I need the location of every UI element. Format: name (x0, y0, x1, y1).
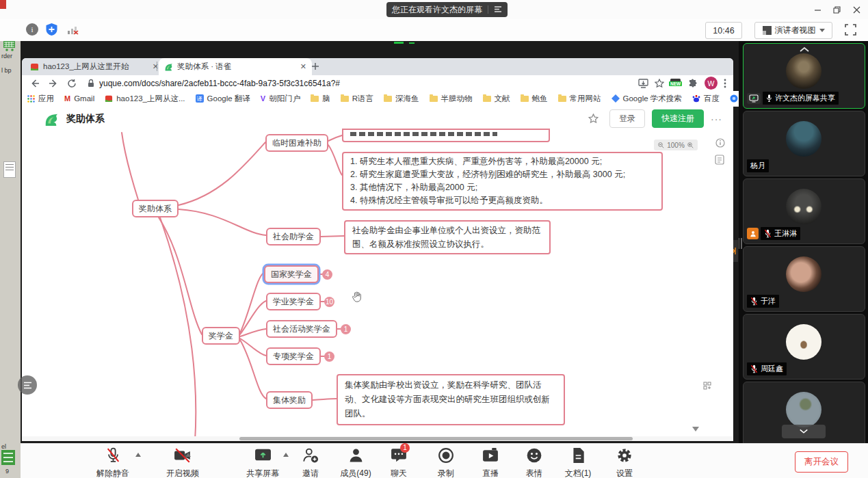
mindmap-node-root[interactable]: 奖助体系 (132, 200, 179, 217)
share-options-caret[interactable] (283, 453, 289, 457)
participant-tile[interactable]: 于洋 (743, 246, 865, 312)
grid-qr-icon[interactable] (703, 382, 711, 390)
doc-info-icon[interactable] (715, 138, 725, 148)
reload-icon[interactable] (67, 79, 77, 88)
tab-close-icon[interactable]: ✕ (300, 62, 306, 71)
bookmark-folder[interactable]: 脑 (311, 94, 330, 104)
mindmap-node-national-scholarship[interactable]: 国家奖学金 (264, 265, 319, 283)
record-button[interactable]: 录制 (424, 447, 468, 478)
star-icon[interactable] (588, 114, 599, 124)
mindmap-box-temp-aid-details[interactable]: 1. 研究生本人罹患重大疾病、严重意外伤害等，补助最高20000 元; 2. 研… (342, 152, 663, 211)
view-mode-switcher[interactable]: 演讲者视图 (754, 22, 832, 39)
mindmap-box-social-aid-desc[interactable]: 社会助学金由企事业单位或个人出资设立，资助范围、名额及标准按照设立协议执行。 (344, 220, 551, 254)
bookmark-translate[interactable]: 译Google 翻译 (196, 94, 250, 104)
sidebar-resize-handle[interactable] (739, 238, 739, 249)
horizontal-scrollbar-track[interactable] (22, 436, 733, 441)
leave-meeting-button[interactable]: 离开会议 (795, 451, 848, 473)
info-icon[interactable]: i (26, 23, 38, 36)
mindmap-node-group-award[interactable]: 集体奖励 (266, 391, 313, 409)
participant-tile-sharer[interactable]: 许文杰的屏幕共享 (743, 43, 865, 109)
emoji-button[interactable]: 表情 (512, 447, 556, 478)
shield-plus-icon[interactable] (45, 23, 58, 36)
mindmap-node-academic-scholarship[interactable]: 学业奖学金 (266, 293, 321, 310)
new-tab-button[interactable] (309, 60, 321, 75)
chevron-up-icon[interactable] (799, 47, 810, 52)
participant-tile[interactable]: 周廷鑫 (743, 314, 865, 380)
outline-toc-icon[interactable] (715, 155, 724, 165)
mindmap-node-temp-aid[interactable]: 临时困难补助 (265, 134, 328, 152)
node-count-badge[interactable]: 4 (322, 269, 332, 280)
screen-watching-banner[interactable]: 您正在观看许文杰的屏幕 (386, 2, 508, 17)
stats-disabled-icon[interactable] (67, 25, 79, 35)
bookmark-correlation[interactable]: Correlation matrix... (730, 94, 739, 103)
mindmap-node-social-aid[interactable]: 社会助学金 (266, 228, 321, 245)
install-icon[interactable] (638, 79, 648, 88)
bookmark-folder[interactable]: 鲍鱼 (521, 94, 548, 104)
extension-with-new-badge[interactable]: NEW (670, 77, 681, 90)
video-options-caret[interactable] (185, 453, 191, 457)
node-count-badge[interactable]: 10 (324, 297, 334, 307)
participant-tile[interactable] (743, 382, 865, 443)
mindmap-canvas[interactable]: 奖助体系 临时困难补助 1. 研究生本人罹患重大疾病、严重意外伤害等，补助最高2… (22, 131, 733, 441)
members-button[interactable]: 成员(49) (334, 447, 378, 478)
mindmap-node-scholarship[interactable]: 奖学金 (202, 327, 240, 345)
minimize-button[interactable] (811, 3, 824, 16)
close-button[interactable] (850, 3, 863, 16)
extensions-puzzle-icon[interactable] (688, 79, 698, 88)
scroll-down-arrow[interactable] (692, 427, 699, 431)
profile-avatar[interactable]: W (705, 77, 718, 90)
bookmark-portal[interactable]: V朝阳门户 (261, 94, 300, 104)
settings-button[interactable]: 设置 (603, 447, 646, 478)
mindmap-box-clipped[interactable] (342, 129, 550, 142)
bookmark-folder[interactable]: 常用网站 (558, 94, 601, 104)
share-screen-button[interactable]: 共享屏幕 (241, 447, 285, 478)
more-actions-icon[interactable]: ··· (711, 114, 722, 124)
tab-close-icon[interactable]: ✕ (153, 62, 159, 71)
bookmark-star-icon[interactable] (655, 79, 664, 88)
floating-toc-button[interactable] (18, 375, 37, 395)
maximize-button[interactable] (830, 3, 843, 16)
unmute-button[interactable]: 解除静音 (91, 447, 135, 478)
yuque-logo[interactable] (44, 111, 59, 127)
chrome-menu-icon[interactable] (724, 79, 726, 88)
invite-button[interactable]: 邀请 (289, 447, 332, 478)
forward-icon[interactable] (49, 79, 58, 88)
mindmap-node-special-scholarship[interactable]: 专项奖学金 (266, 347, 321, 365)
lock-icon[interactable] (88, 79, 94, 88)
participant-tile[interactable]: 杨月 (743, 111, 865, 176)
back-icon[interactable] (30, 79, 40, 88)
live-stream-button[interactable]: 直播 (469, 447, 512, 478)
docs-button[interactable]: 文档(1) (556, 447, 600, 478)
bookmark-folder[interactable]: 深海鱼 (384, 94, 419, 104)
scroll-more-participants-button[interactable] (782, 425, 826, 438)
desktop-doc-icon[interactable] (3, 161, 16, 178)
bookmark-hao123[interactable]: hao123_上网从这... (105, 94, 185, 104)
mindmap-node-social-activity-scholarship[interactable]: 社会活动奖学金 (266, 320, 337, 338)
start-video-button[interactable]: 开启视频 (161, 447, 205, 478)
bookmark-gmail[interactable]: MGmail (64, 94, 94, 103)
chat-button[interactable]: 1 聊天 (377, 447, 421, 478)
bookmark-apps[interactable]: 应用 (27, 94, 54, 104)
register-button[interactable]: 快速注册 (652, 109, 704, 128)
node-count-badge[interactable]: 1 (324, 351, 334, 362)
mic-options-caret[interactable] (135, 453, 141, 457)
shopping-cart-icon[interactable] (2, 41, 17, 52)
participant-tile[interactable]: 王淋淋 (743, 178, 865, 244)
url-field[interactable]: yuque.com/docs/share/2acfeb11-bccc-4fab-… (99, 79, 340, 88)
bookmark-scholar[interactable]: Google 学术搜索 (611, 94, 682, 104)
browser-tab-hao123[interactable]: hao123_上网从这里开始 ✕ (26, 59, 163, 74)
mindmap-box-group-award-desc[interactable]: 集体奖励由学校出资设立，奖励在科学研究、团队活动、文化建设等方面表现突出的研究生… (337, 374, 565, 425)
browser-tab-yuque[interactable]: 奖助体系 · 语雀 ✕ (159, 58, 312, 75)
sidebar-resize-handle[interactable] (741, 238, 742, 249)
zoom-control[interactable]: 100% (654, 140, 698, 150)
horizontal-scrollbar-thumb[interactable] (239, 437, 633, 440)
desktop-green-icon[interactable] (1, 450, 15, 465)
bookmark-folder[interactable]: 半膜动物 (430, 94, 473, 104)
bookmark-baidu[interactable]: 百度 (692, 94, 720, 104)
bookmark-folder[interactable]: 文献 (483, 94, 510, 104)
banner-menu-icon[interactable] (494, 6, 502, 13)
fullscreen-icon[interactable] (845, 24, 856, 36)
bookmark-folder[interactable]: R语言 (341, 94, 373, 104)
login-button[interactable]: 登录 (609, 109, 645, 128)
node-count-badge[interactable]: 1 (341, 324, 351, 334)
